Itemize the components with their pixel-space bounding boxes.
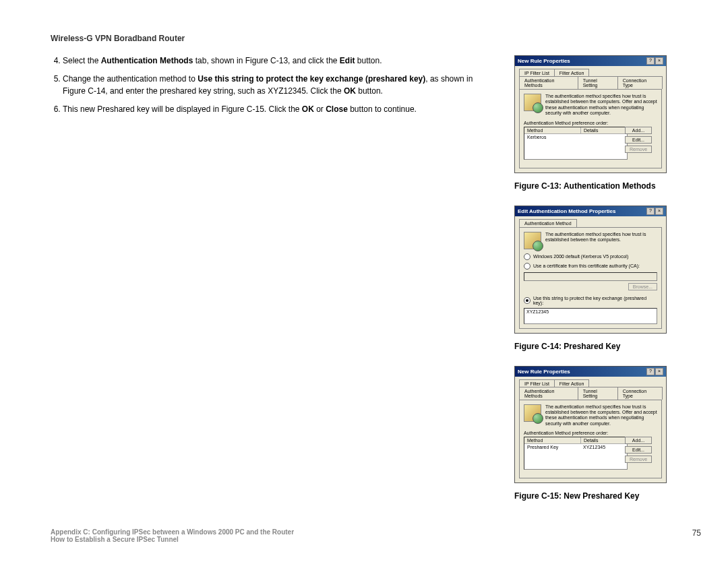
radio-icon — [524, 297, 530, 304]
page-number: 75 — [692, 528, 701, 543]
radio-preshared[interactable]: Use this string to protect the key excha… — [524, 296, 657, 305]
instruction-column: Select the Authentication Methods tab, s… — [51, 55, 495, 516]
tab-tunnel-setting[interactable]: Tunnel Setting — [578, 76, 618, 89]
security-icon — [524, 94, 541, 111]
tab-auth-methods[interactable]: Authentication Methods — [519, 76, 578, 89]
radio-kerberos[interactable]: Windows 2000 default (Kerberos V5 protoc… — [524, 253, 657, 260]
row-details — [580, 134, 627, 140]
step-4: Select the Authentication Methods tab, s… — [63, 55, 495, 67]
col-details: Details — [581, 437, 627, 443]
figure-c15-dialog: New Rule Properties ? × IP Filter List F… — [514, 366, 667, 484]
step6-text-a: This new Preshared key will be displayed… — [63, 104, 302, 114]
opt1-label: Windows 2000 default (Kerberos V5 protoc… — [533, 254, 628, 259]
step-5: Change the authentication method to Use … — [63, 73, 495, 97]
page-header: Wireless-G VPN Boradband Router — [51, 34, 701, 43]
footer-line2: How to Establish a Secure IPSec Tunnel — [51, 536, 294, 543]
step6-text-c: or — [314, 104, 326, 114]
remove-button[interactable]: Remove — [625, 146, 652, 153]
dialog13-method-list[interactable]: Method Details Kerberos — [524, 127, 628, 160]
footer-line1: Appendix C: Configuring IPSec between a … — [51, 528, 294, 536]
remove-button[interactable]: Remove — [625, 456, 652, 463]
dialog14-titlebar: Edit Authentication Method Properties ? … — [515, 206, 666, 216]
step6-bold-d: Close — [326, 104, 348, 114]
preshared-key-input[interactable]: XYZ12345 — [524, 308, 657, 324]
tab-auth-method[interactable]: Authentication Method — [519, 219, 577, 227]
figure-c14-dialog: Edit Authentication Method Properties ? … — [514, 206, 667, 334]
caption-c13: Figure C-13: Authentication Methods — [514, 181, 668, 191]
radio-icon — [524, 253, 530, 260]
step-6: This new Preshared key will be displayed… — [63, 104, 495, 115]
step6-bold-b: OK — [302, 104, 314, 114]
add-button[interactable]: Add... — [625, 127, 652, 134]
dialog13-desc: The authentication method specifies how … — [545, 94, 657, 117]
tab-connection-type[interactable]: Connection Type — [617, 76, 663, 89]
step6-text-e: button to continue. — [348, 104, 417, 114]
close-icon[interactable]: × — [655, 208, 663, 215]
radio-icon — [524, 263, 530, 270]
figures-column: New Rule Properties ? × IP Filter List F… — [514, 55, 668, 516]
close-icon[interactable]: × — [655, 368, 663, 375]
step4-text-c: tab, shown in Figure C-13, and click the — [193, 56, 339, 65]
close-icon[interactable]: × — [655, 57, 663, 65]
col-method: Method — [524, 127, 581, 133]
row-method: Kerberos — [524, 134, 580, 140]
dialog15-titlebar: New Rule Properties ? × — [515, 367, 666, 377]
list-row[interactable]: Kerberos — [524, 134, 627, 140]
caption-c14: Figure C-14: Preshared Key — [514, 342, 668, 351]
add-button[interactable]: Add... — [625, 437, 652, 444]
dialog15-desc: The authentication method specifies how … — [545, 404, 657, 427]
row-method: Preshared Key — [524, 444, 580, 450]
col-details: Details — [581, 127, 627, 133]
page-footer: Appendix C: Configuring IPSec between a … — [51, 528, 701, 543]
step4-bold-b: Authentication Methods — [101, 56, 193, 65]
radio-certificate[interactable]: Use a certificate from this certificate … — [524, 263, 657, 270]
tab-auth-methods[interactable]: Authentication Methods — [519, 387, 578, 400]
ca-input — [524, 272, 657, 281]
col-method: Method — [524, 437, 581, 443]
dialog13-title: New Rule Properties — [518, 58, 570, 64]
list-row[interactable]: Preshared Key XYZ12345 — [524, 444, 627, 450]
dialog13-pref-label: Authentication Method preference order: — [524, 121, 657, 125]
opt3-label: Use this string to protect the key excha… — [533, 296, 657, 305]
caption-c15: Figure C-15: New Preshared Key — [514, 491, 668, 501]
help-icon[interactable]: ? — [646, 368, 655, 375]
help-icon[interactable]: ? — [646, 208, 655, 215]
step5-text-e: button. — [356, 86, 383, 96]
dialog13-tabs-bottom: Authentication Methods Tunnel Setting Co… — [515, 76, 666, 89]
figure-c13-dialog: New Rule Properties ? × IP Filter List F… — [514, 55, 667, 173]
row-details: XYZ12345 — [580, 444, 627, 450]
step5-bold-b: Use this string to protect the key excha… — [198, 74, 425, 84]
dialog13-tabs-top: IP Filter List Filter Action — [515, 66, 666, 77]
browse-button[interactable]: Browse... — [628, 283, 657, 290]
dialog15-title: New Rule Properties — [518, 369, 570, 375]
tab-tunnel-setting[interactable]: Tunnel Setting — [578, 387, 618, 400]
dialog14-title: Edit Authentication Method Properties — [518, 208, 615, 214]
tab-connection-type[interactable]: Connection Type — [617, 387, 663, 400]
step4-text-a: Select the — [63, 56, 101, 65]
opt2-label: Use a certificate from this certificate … — [533, 263, 640, 268]
edit-button[interactable]: Edit... — [625, 136, 652, 144]
security-icon — [524, 404, 541, 422]
security-icon — [524, 232, 541, 249]
step5-text-a: Change the authentication method to — [63, 74, 198, 84]
dialog15-method-list[interactable]: Method Details Preshared Key XYZ12345 — [524, 437, 628, 470]
step4-text-e: button. — [355, 56, 382, 65]
edit-button[interactable]: Edit... — [625, 446, 652, 454]
dialog13-titlebar: New Rule Properties ? × — [515, 56, 666, 66]
step4-bold-d: Edit — [340, 56, 355, 65]
help-icon[interactable]: ? — [646, 57, 655, 65]
dialog14-desc: The authentication method specifies how … — [545, 232, 657, 249]
dialog15-pref-label: Authentication Method preference order: — [524, 431, 657, 435]
step5-bold-d: OK — [344, 86, 356, 96]
